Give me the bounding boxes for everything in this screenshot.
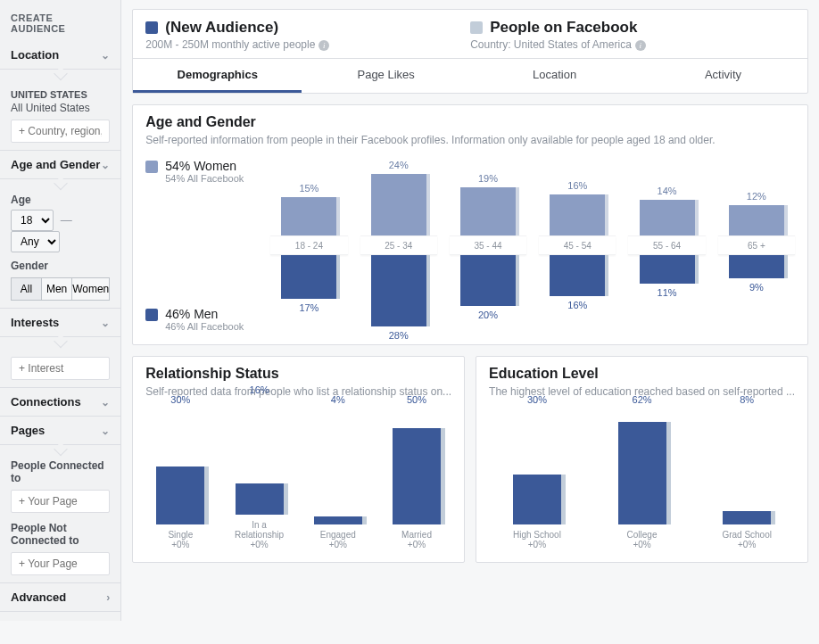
- gender-segment: All Men Women: [11, 277, 110, 301]
- sidebar: CREATE AUDIENCE Location⌄ UNITED STATES …: [0, 0, 121, 621]
- bar[interactable]: 30%: [513, 409, 561, 524]
- bar-label: Married: [401, 530, 432, 540]
- bar-women[interactable]: 12%: [729, 205, 784, 235]
- age-bucket-label: 18 - 24: [270, 235, 347, 255]
- bar-label: High School: [513, 530, 561, 540]
- bar[interactable]: 16%: [236, 399, 284, 515]
- age-from[interactable]: 18: [11, 210, 54, 231]
- section-age-gender[interactable]: Age and Gender⌄: [11, 158, 110, 171]
- bar-men[interactable]: 28%: [371, 255, 426, 326]
- relationship-card: Relationship Status Self-reported data f…: [132, 356, 465, 563]
- chevron-right-icon: ›: [106, 591, 110, 604]
- bar[interactable]: 4%: [314, 409, 362, 524]
- bar-women[interactable]: 16%: [550, 194, 605, 235]
- bar-men[interactable]: 16%: [550, 255, 605, 296]
- bar-label: In a Relationship: [228, 520, 290, 540]
- header: (New Audience) 200M - 250M monthly activ…: [132, 9, 808, 94]
- info-icon[interactable]: i: [635, 40, 646, 51]
- age-bucket-label: 65 +: [718, 235, 795, 255]
- audience-title: (New Audience): [165, 19, 278, 37]
- main: (New Audience) 200M - 250M monthly activ…: [121, 0, 819, 621]
- bar[interactable]: 62%: [618, 409, 666, 524]
- bar[interactable]: 8%: [723, 409, 771, 524]
- chevron-down-icon: ⌄: [101, 317, 110, 329]
- swatch-men-icon: [145, 309, 158, 321]
- bar[interactable]: 50%: [393, 409, 441, 524]
- bar-women[interactable]: 19%: [460, 187, 516, 235]
- section-location[interactable]: Location⌄: [11, 48, 110, 62]
- bar-women[interactable]: 14%: [640, 200, 695, 235]
- bar-women[interactable]: 15%: [281, 197, 336, 235]
- tab-location[interactable]: Location: [470, 59, 639, 93]
- swatch-women-icon: [145, 161, 158, 173]
- location-input[interactable]: [11, 120, 110, 143]
- bar-label: Grad School: [722, 530, 772, 540]
- bar-men[interactable]: 20%: [460, 255, 516, 306]
- bar[interactable]: 30%: [156, 409, 204, 524]
- bar-label: Single: [168, 530, 193, 540]
- info-icon[interactable]: i: [318, 40, 329, 51]
- bar-label: Engaged: [320, 530, 356, 540]
- age-bucket-label: 45 - 54: [539, 235, 616, 255]
- location-value: All United States: [11, 102, 110, 114]
- section-pages[interactable]: Pages⌄: [11, 424, 110, 437]
- bar-label: College: [627, 530, 658, 540]
- gender-all[interactable]: All: [11, 277, 42, 301]
- interests-input[interactable]: [11, 357, 110, 380]
- location-region: UNITED STATES: [11, 89, 110, 100]
- gender-women[interactable]: Women: [72, 277, 110, 301]
- tabs: Demographics Page Likes Location Activit…: [133, 58, 807, 93]
- education-card: Education Level The highest level of edu…: [476, 356, 808, 563]
- chevron-down-icon: ⌄: [101, 396, 110, 409]
- bar-men[interactable]: 9%: [729, 255, 784, 278]
- age-bucket-label: 55 - 64: [628, 235, 705, 255]
- bar-men[interactable]: 11%: [640, 255, 695, 284]
- section-advanced[interactable]: Advanced›: [11, 590, 110, 604]
- tab-activity[interactable]: Activity: [639, 59, 807, 93]
- swatch-dark-icon: [145, 21, 158, 34]
- tab-page-likes[interactable]: Page Likes: [302, 59, 470, 93]
- gender-men[interactable]: Men: [42, 277, 72, 301]
- chevron-down-icon: ⌄: [101, 425, 110, 437]
- bar-women[interactable]: 24%: [371, 174, 426, 235]
- sidebar-title: CREATE AUDIENCE: [0, 9, 120, 41]
- age-bucket-label: 35 - 44: [450, 235, 526, 255]
- chevron-down-icon: ⌄: [101, 49, 110, 62]
- section-connections[interactable]: Connections⌄: [11, 395, 110, 409]
- tab-demographics[interactable]: Demographics: [133, 59, 302, 93]
- connected-page-input[interactable]: [11, 490, 110, 513]
- section-interests[interactable]: Interests⌄: [11, 316, 110, 329]
- people-title: People on Facebook: [490, 19, 637, 37]
- age-gender-card: Age and Gender Self-reported information…: [132, 104, 808, 345]
- not-connected-page-input[interactable]: [11, 552, 110, 575]
- age-bucket-label: 25 - 34: [360, 235, 437, 255]
- age-to[interactable]: Any: [11, 231, 60, 252]
- bar-men[interactable]: 17%: [281, 255, 336, 299]
- swatch-light-icon: [470, 21, 483, 34]
- chevron-down-icon: ⌄: [101, 159, 110, 171]
